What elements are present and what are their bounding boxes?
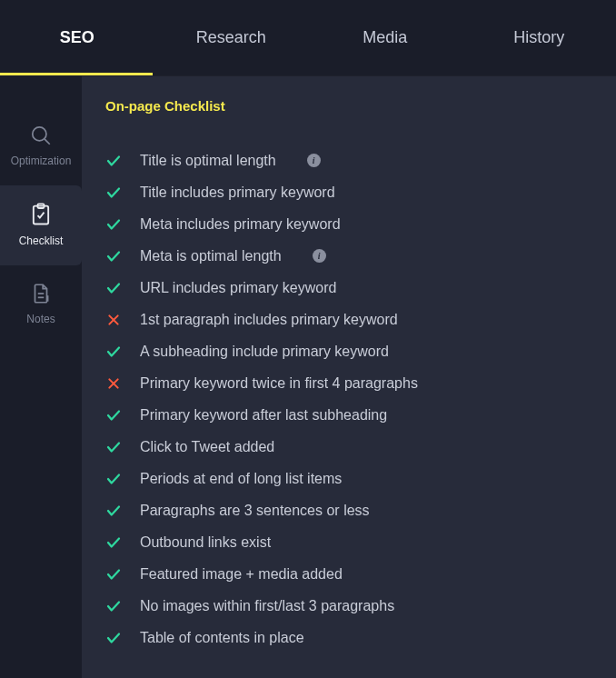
- check-icon: [105, 153, 122, 169]
- checklist-item: Meta includes primary keyword: [105, 208, 592, 240]
- tab-underline: [0, 73, 153, 75]
- checklist-item: URL includes primary keyword: [105, 272, 592, 304]
- checklist-item-label: No images within first/last 3 paragraphs: [140, 598, 394, 614]
- svg-line-1: [45, 139, 50, 145]
- checklist-item-label: Paragraphs are 3 sentences or less: [140, 503, 370, 519]
- checklist-item: Outbound links exist: [105, 526, 592, 558]
- search-icon: [29, 124, 53, 147]
- check-icon: [105, 534, 122, 551]
- checklist-item: Primary keyword after last subheading: [105, 399, 592, 431]
- checklist-item: 1st paragraph includes primary keyword: [105, 304, 592, 335]
- check-icon: [105, 439, 122, 455]
- checklist-item-label: Title includes primary keyword: [140, 184, 335, 201]
- sidebar: Optimization Checklist: [0, 76, 82, 678]
- svg-point-0: [33, 127, 46, 141]
- sidebar-item-notes[interactable]: Notes: [0, 265, 82, 344]
- checklist-item-label: Primary keyword twice in first 4 paragra…: [140, 375, 418, 392]
- checklist-item: Click to Tweet added: [105, 431, 592, 463]
- main-panel: On-page Checklist Title is optimal lengt…: [82, 76, 616, 678]
- clipboard-check-icon: [28, 202, 54, 227]
- checklist-item: Table of contents in place: [105, 622, 592, 653]
- checklist-item-label: URL includes primary keyword: [140, 280, 336, 296]
- checklist-item-label: Meta is optimal length: [140, 248, 282, 264]
- checklist-item: Paragraphs are 3 sentences or less: [105, 494, 592, 526]
- checklist-item-label: A subheading include primary keyword: [140, 344, 389, 360]
- check-icon: [105, 471, 122, 487]
- check-icon: [105, 630, 122, 646]
- check-icon: [105, 248, 122, 264]
- tab-seo[interactable]: SEO: [0, 0, 154, 75]
- tab-history[interactable]: History: [462, 0, 617, 75]
- sidebar-item-label: Optimization: [11, 155, 72, 167]
- sidebar-item-label: Notes: [26, 313, 55, 325]
- x-icon: [105, 375, 122, 392]
- checklist-item: Title is optimal lengthi: [105, 145, 592, 176]
- tab-media[interactable]: Media: [308, 0, 462, 75]
- checklist-item-label: 1st paragraph includes primary keyword: [140, 312, 398, 328]
- check-icon: [105, 344, 122, 360]
- checklist-item-label: Meta includes primary keyword: [140, 216, 341, 233]
- checklist-item-label: Click to Tweet added: [140, 439, 274, 455]
- checklist-item-label: Featured image + media added: [140, 566, 343, 583]
- check-icon: [105, 598, 122, 614]
- checklist-item: Periods at end of long list items: [105, 463, 592, 494]
- info-icon[interactable]: i: [307, 154, 321, 167]
- info-icon[interactable]: i: [313, 249, 326, 263]
- checklist-item-label: Outbound links exist: [140, 534, 271, 551]
- checklist-item-label: Periods at end of long list items: [140, 471, 342, 487]
- top-tabs: SEO Research Media History: [0, 0, 616, 76]
- sidebar-item-checklist[interactable]: Checklist: [0, 185, 82, 265]
- x-icon: [105, 312, 122, 328]
- check-icon: [105, 216, 122, 233]
- check-icon: [105, 503, 122, 519]
- checklist-item-label: Primary keyword after last subheading: [140, 407, 387, 424]
- checklist-item: A subheading include primary keyword: [105, 335, 592, 367]
- tab-research[interactable]: Research: [154, 0, 309, 75]
- sidebar-item-optimization[interactable]: Optimization: [0, 107, 82, 185]
- checklist-item: No images within first/last 3 paragraphs: [105, 590, 592, 622]
- check-icon: [105, 184, 122, 201]
- checklist-item-label: Title is optimal length: [140, 153, 276, 169]
- checklist-item: Meta is optimal lengthi: [105, 240, 592, 272]
- check-icon: [105, 407, 122, 424]
- checklist-item-label: Table of contents in place: [140, 630, 304, 646]
- sidebar-item-label: Checklist: [19, 234, 64, 247]
- check-icon: [105, 566, 122, 583]
- checklist: Title is optimal lengthiTitle includes p…: [105, 145, 592, 653]
- document-icon: [29, 282, 53, 305]
- checklist-item: Title includes primary keyword: [105, 176, 592, 208]
- page-title: On-page Checklist: [105, 98, 592, 114]
- checklist-item: Featured image + media added: [105, 558, 592, 590]
- checklist-item: Primary keyword twice in first 4 paragra…: [105, 367, 592, 399]
- check-icon: [105, 280, 122, 296]
